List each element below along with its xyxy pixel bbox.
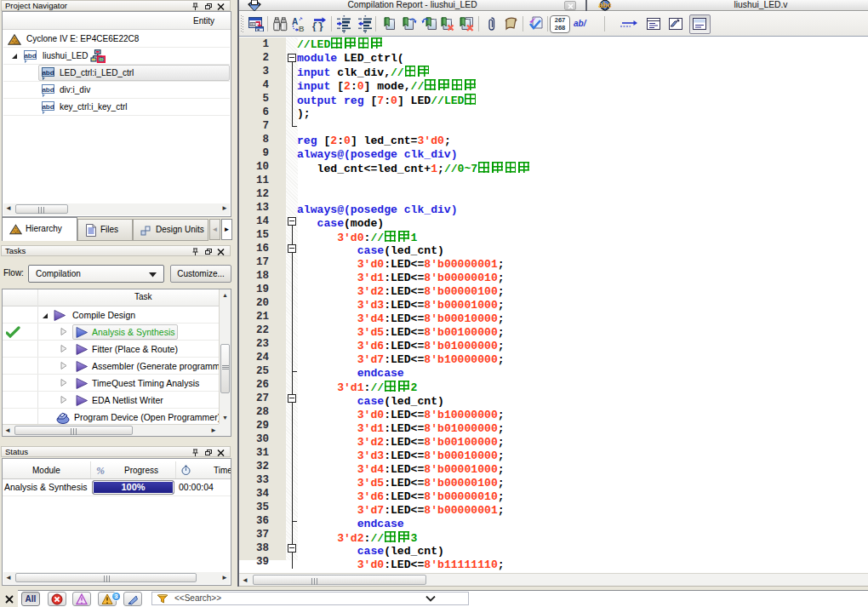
svg-text:abd: abd [42, 86, 54, 94]
svg-text:abd: abd [42, 103, 54, 111]
svg-text:B: B [299, 25, 305, 32]
svg-text:abd: abd [42, 69, 54, 77]
svg-text:abc: abc [598, 1, 612, 9]
svg-text:abd: abd [24, 52, 36, 60]
svg-text:A: A [292, 17, 298, 26]
svg-text:{}: {} [311, 21, 323, 31]
